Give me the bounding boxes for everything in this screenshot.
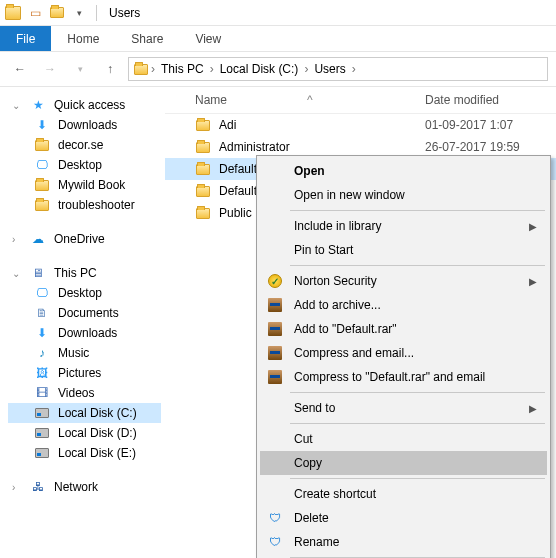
crumb-this-pc[interactable]: This PC	[157, 62, 208, 76]
pictures-icon: 🖼	[34, 365, 50, 381]
menu-compress-to[interactable]: Compress to "Default.rar" and email	[260, 365, 547, 389]
folder-icon	[195, 161, 211, 177]
tree-onedrive[interactable]: › ☁ OneDrive	[8, 229, 161, 249]
menu-delete[interactable]: 🛡Delete	[260, 506, 547, 530]
tree-network[interactable]: › 🖧 Network	[8, 477, 161, 497]
star-icon: ★	[30, 97, 46, 113]
tree-label: Local Disk (E:)	[58, 446, 136, 460]
norton-icon: ✓	[264, 272, 286, 290]
nav-back-button[interactable]: ←	[8, 57, 32, 81]
blank-icon	[264, 454, 286, 472]
tree-item-downloads[interactable]: ⬇Downloads	[8, 115, 161, 135]
tree-item-desktop2[interactable]: 🖵Desktop	[8, 283, 161, 303]
menu-open-new-window[interactable]: Open in new window	[260, 183, 547, 207]
qat-separator	[96, 5, 97, 21]
column-label: Date modified	[425, 93, 499, 107]
folder-icon	[34, 177, 50, 193]
tree-item-music[interactable]: ♪Music	[8, 343, 161, 363]
context-menu: Open Open in new window Include in libra…	[256, 155, 551, 558]
tree-item-documents[interactable]: 🗎Documents	[8, 303, 161, 323]
tree-item-decor[interactable]: decor.se	[8, 135, 161, 155]
downloads-icon: ⬇	[34, 117, 50, 133]
disk-icon	[34, 445, 50, 461]
tree-item-disk-e[interactable]: Local Disk (E:)	[8, 443, 161, 463]
qat-properties-icon[interactable]: ▭	[26, 4, 44, 22]
tree-item-disk-d[interactable]: Local Disk (D:)	[8, 423, 161, 443]
navigation-bar: ← → ▾ ↑ › This PC › Local Disk (C:) › Us…	[0, 51, 556, 87]
shield-icon: 🛡	[264, 533, 286, 551]
music-icon: ♪	[34, 345, 50, 361]
crumb-local-disk[interactable]: Local Disk (C:)	[216, 62, 303, 76]
crumb-users[interactable]: Users	[310, 62, 349, 76]
address-folder-icon	[133, 61, 149, 77]
blank-icon	[264, 186, 286, 204]
file-name: Default	[219, 162, 257, 176]
tree-label: Pictures	[58, 366, 101, 380]
videos-icon: 🎞	[34, 385, 50, 401]
chevron-right-icon[interactable]: ›	[12, 482, 22, 493]
chevron-down-icon[interactable]: ⌄	[12, 268, 22, 279]
menu-add-default-rar[interactable]: Add to "Default.rar"	[260, 317, 547, 341]
tree-item-pictures[interactable]: 🖼Pictures	[8, 363, 161, 383]
menu-pin-start[interactable]: Pin to Start	[260, 238, 547, 262]
window-title: Users	[109, 6, 140, 20]
blank-icon	[264, 241, 286, 259]
menu-include-library[interactable]: Include in library▶	[260, 214, 547, 238]
folder-icon	[195, 205, 211, 221]
menu-create-shortcut[interactable]: Create shortcut	[260, 482, 547, 506]
onedrive-icon: ☁	[30, 231, 46, 247]
tree-item-mywild[interactable]: Mywild Book	[8, 175, 161, 195]
qat-dropdown-icon[interactable]: ▾	[70, 4, 88, 22]
tree-item-desktop[interactable]: 🖵Desktop	[8, 155, 161, 175]
chevron-right-icon[interactable]: ›	[352, 62, 356, 76]
menu-separator	[290, 265, 545, 266]
tree-label: Local Disk (D:)	[58, 426, 137, 440]
list-row[interactable]: Adi 01-09-2017 1:07	[165, 114, 556, 136]
chevron-down-icon[interactable]: ⌄	[12, 100, 22, 111]
blank-icon	[264, 430, 286, 448]
blank-icon	[264, 399, 286, 417]
menu-cut[interactable]: Cut	[260, 427, 547, 451]
nav-up-button[interactable]: ↑	[98, 57, 122, 81]
tree-item-downloads2[interactable]: ⬇Downloads	[8, 323, 161, 343]
menu-norton[interactable]: ✓Norton Security▶	[260, 269, 547, 293]
nav-forward-button[interactable]: →	[38, 57, 62, 81]
menu-rename[interactable]: 🛡Rename	[260, 530, 547, 554]
documents-icon: 🗎	[34, 305, 50, 321]
menu-compress-email[interactable]: Compress and email...	[260, 341, 547, 365]
menu-label: Delete	[294, 511, 537, 525]
qat-newfolder-icon[interactable]	[48, 4, 66, 22]
file-name: Adi	[219, 118, 236, 132]
tree-label: Mywild Book	[58, 178, 125, 192]
menu-open[interactable]: Open	[260, 159, 547, 183]
tab-file[interactable]: File	[0, 26, 51, 51]
menu-copy[interactable]: Copy	[260, 451, 547, 475]
chevron-right-icon[interactable]: ›	[304, 62, 308, 76]
tree-label: Downloads	[58, 326, 117, 340]
menu-label: Compress to "Default.rar" and email	[294, 370, 537, 384]
address-bar[interactable]: › This PC › Local Disk (C:) › Users ›	[128, 57, 548, 81]
tree-label: Desktop	[58, 158, 102, 172]
tab-share[interactable]: Share	[115, 26, 179, 51]
nav-recent-icon[interactable]: ▾	[68, 57, 92, 81]
desktop-icon: 🖵	[34, 285, 50, 301]
tab-home[interactable]: Home	[51, 26, 115, 51]
tree-item-troubleshooter[interactable]: troubleshooter	[8, 195, 161, 215]
tree-item-videos[interactable]: 🎞Videos	[8, 383, 161, 403]
tree-label: OneDrive	[54, 232, 105, 246]
column-name[interactable]: Name^	[195, 93, 425, 107]
tab-view[interactable]: View	[179, 26, 237, 51]
tree-item-disk-c[interactable]: Local Disk (C:)	[8, 403, 161, 423]
column-date[interactable]: Date modified	[425, 93, 556, 107]
tree-quick-access[interactable]: ⌄ ★ Quick access	[8, 95, 161, 115]
chevron-right-icon[interactable]: ›	[210, 62, 214, 76]
folder-icon	[195, 183, 211, 199]
menu-label: Add to archive...	[294, 298, 537, 312]
menu-add-archive[interactable]: Add to archive...	[260, 293, 547, 317]
chevron-right-icon[interactable]: ›	[151, 62, 155, 76]
menu-send-to[interactable]: Send to▶	[260, 396, 547, 420]
menu-label: Copy	[294, 456, 537, 470]
chevron-right-icon[interactable]: ›	[12, 234, 22, 245]
tree-this-pc[interactable]: ⌄ 🖥 This PC	[8, 263, 161, 283]
file-date: 01-09-2017 1:07	[425, 118, 513, 132]
